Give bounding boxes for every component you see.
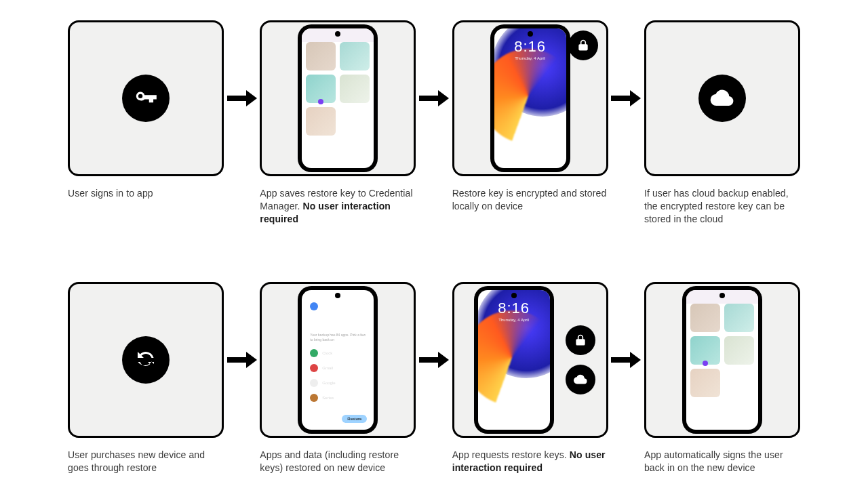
- phone-gallery: [298, 24, 378, 172]
- card-encrypt-local: 8:16 Thursday, 4 April: [452, 20, 608, 176]
- list-item: Series: [310, 390, 366, 405]
- diagram-canvas: User signs in to app: [0, 0, 868, 488]
- phone-gallery-2: [682, 286, 762, 434]
- arrow-3: [608, 20, 644, 176]
- caption-sign-in: User signs in to app: [68, 187, 224, 200]
- lock-icon: [566, 325, 595, 355]
- lock-screen-2: 8:16 Thursday, 4 April: [478, 290, 550, 430]
- flow-row-2: User purchases new device and goes throu…: [68, 282, 800, 474]
- arrow-4: [224, 282, 260, 438]
- gallery-screen: [302, 28, 374, 168]
- list-item: Google: [310, 375, 366, 390]
- caption-cloud-backup: If user has cloud backup enabled, the en…: [644, 187, 800, 226]
- step-new-device: User purchases new device and goes throu…: [68, 282, 224, 474]
- lock-date-2: Thursday, 4 April: [478, 318, 550, 322]
- card-new-device: [68, 282, 224, 438]
- caption-new-device: User purchases new device and goes throu…: [68, 449, 224, 474]
- card-auto-signin: [644, 282, 800, 438]
- card-restore-apps: Choose apps to restore Your backup has 8…: [260, 282, 416, 438]
- caption-encrypt-local: Restore key is encrypted and stored loca…: [452, 187, 608, 213]
- key-icon: [122, 75, 170, 122]
- step-save-key: App saves restore key to Credential Mana…: [260, 20, 416, 226]
- card-save-key: [260, 20, 416, 176]
- arrow-6: [608, 282, 644, 438]
- lock-date-1: Thursday, 4 April: [494, 56, 566, 60]
- lock-time-1: 8:16: [494, 38, 566, 56]
- phone-lockscreen-2: 8:16 Thursday, 4 April: [474, 286, 554, 434]
- caption-restore-apps: Apps and data (including restore keys) r…: [260, 449, 416, 474]
- cloud-icon: [566, 365, 595, 394]
- card-request-keys: 8:16 Thursday, 4 April: [452, 282, 608, 438]
- arrow-5: [416, 282, 452, 438]
- lock-icon: [568, 30, 598, 60]
- step-sign-in: User signs in to app: [68, 20, 224, 200]
- cloud-icon: [698, 75, 746, 122]
- caption-request-keys: App requests restore keys. No user inter…: [452, 449, 608, 474]
- lock-time-2: 8:16: [478, 300, 550, 317]
- caption-auto-signin: App automatically signs the user back in…: [644, 449, 800, 474]
- step-cloud-backup: If user has cloud backup enabled, the en…: [644, 20, 800, 226]
- step-request-keys: 8:16 Thursday, 4 April App requests rest…: [452, 282, 608, 474]
- restore-title: Choose apps to restore: [310, 317, 366, 331]
- restore-cta: Restore: [342, 415, 367, 423]
- list-item: Clock: [310, 346, 366, 361]
- play-logo-icon: [310, 302, 318, 310]
- restore-screen: Choose apps to restore Your backup has 8…: [302, 290, 374, 430]
- card-cloud-backup: [644, 20, 800, 176]
- card-sign-in: [68, 20, 224, 176]
- sync-icon: [122, 336, 170, 384]
- lock-screen-1: 8:16 Thursday, 4 April: [494, 28, 566, 168]
- arrow-2: [416, 20, 452, 176]
- step-encrypt-local: 8:16 Thursday, 4 April Restore key is en…: [452, 20, 608, 213]
- restore-app-list: Clock Gmail Google Series: [310, 346, 366, 405]
- list-item: Gmail: [310, 361, 366, 375]
- caption-save-key: App saves restore key to Credential Mana…: [260, 187, 416, 226]
- phone-lockscreen-1: 8:16 Thursday, 4 April: [490, 24, 570, 172]
- step-auto-signin: App automatically signs the user back in…: [644, 282, 800, 474]
- step-restore-apps: Choose apps to restore Your backup has 8…: [260, 282, 416, 474]
- arrow-1: [224, 20, 260, 176]
- phone-restore: Choose apps to restore Your backup has 8…: [298, 286, 378, 434]
- caption-request-keys-pre: App requests restore keys.: [452, 449, 570, 460]
- flow-row-1: User signs in to app: [68, 20, 800, 226]
- gallery-screen-2: [686, 290, 758, 430]
- restore-subtitle: Your backup has 84 apps. Pick a few to b…: [310, 333, 366, 342]
